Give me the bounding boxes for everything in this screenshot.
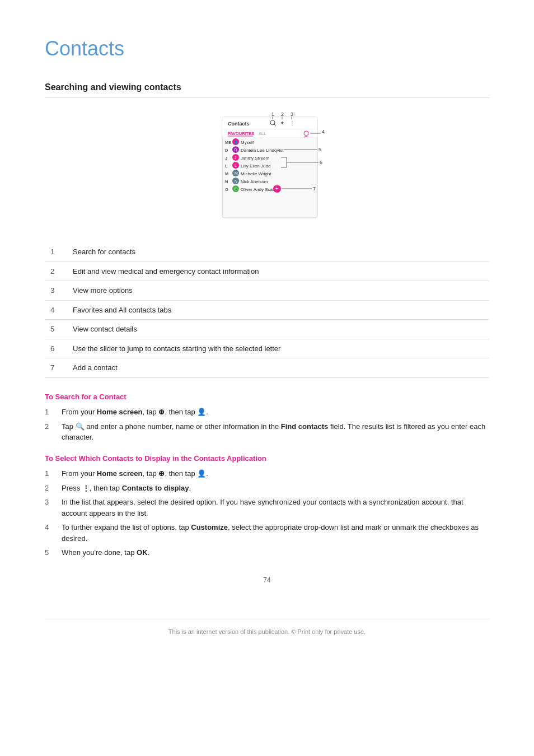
svg-text:L: L	[225, 164, 228, 169]
display-steps-list: 1From your Home screen, tap ⊕, then tap …	[45, 468, 489, 558]
step-text: Press ⋮, then tap Contacts to display.	[62, 483, 191, 494]
step-text: From your Home screen, tap ⊕, then tap 👤…	[62, 407, 208, 418]
step-num: 1	[45, 407, 56, 418]
svg-text:+: +	[275, 185, 279, 192]
svg-text:D: D	[235, 148, 237, 152]
phone-diagram: Contacts 1 2 3 ✦ ⋮ FAVOURITES ALL 4 ME	[78, 111, 489, 229]
step-text: In the list that appears, select the des…	[62, 497, 489, 519]
svg-text:2: 2	[281, 111, 284, 117]
annotation-num: 3	[45, 281, 67, 301]
step-text: From your Home screen, tap ⊕, then tap 👤…	[62, 468, 208, 479]
svg-text:3: 3	[291, 111, 293, 117]
svg-text:5: 5	[318, 147, 321, 152]
svg-text:Michelle Wright: Michelle Wright	[241, 171, 271, 176]
step-num: 1	[45, 468, 56, 479]
annotation-text: Favorites and All contacts tabs	[67, 300, 489, 320]
footer: This is an internet version of this publ…	[45, 619, 489, 637]
display-step: 5When you're done, tap OK.	[45, 547, 489, 558]
svg-text:✦: ✦	[280, 120, 284, 126]
annotation-text: Use the slider to jump to contacts start…	[67, 339, 489, 358]
display-step: 1From your Home screen, tap ⊕, then tap …	[45, 468, 489, 479]
annotation-row: 5View contact details	[45, 320, 489, 339]
svg-text:⋮: ⋮	[289, 120, 295, 126]
svg-text:L: L	[235, 164, 237, 167]
svg-text:7: 7	[313, 186, 316, 192]
search-steps-list: 1From your Home screen, tap ⊕, then tap …	[45, 407, 489, 443]
page-number: 74	[45, 575, 489, 585]
svg-text:M: M	[225, 171, 228, 176]
annotation-num: 7	[45, 358, 67, 378]
annotation-row: 1Search for contacts	[45, 242, 489, 262]
search-step: 1From your Home screen, tap ⊕, then tap …	[45, 407, 489, 418]
svg-text:ALL: ALL	[259, 131, 266, 136]
step-text: Tap 🔍 and enter a phone number, name or …	[62, 421, 489, 443]
annotation-text: View contact details	[67, 320, 489, 339]
svg-text:👤: 👤	[234, 140, 238, 144]
svg-text:ME: ME	[225, 140, 231, 145]
svg-text:O: O	[235, 187, 238, 191]
search-step: 2Tap 🔍 and enter a phone number, name or…	[45, 421, 489, 443]
annotation-num: 2	[45, 262, 67, 281]
annotation-text: Add a contact	[67, 358, 489, 378]
annotation-text: Edit and view medical and emergency cont…	[67, 262, 489, 281]
annotation-row: 7Add a contact	[45, 358, 489, 378]
display-section-title: To Select Which Contacts to Display in t…	[45, 453, 489, 464]
svg-text:6: 6	[320, 160, 322, 165]
svg-text:D: D	[225, 148, 228, 153]
page-title: Contacts	[45, 34, 489, 64]
annotation-text: View more options	[67, 281, 489, 301]
svg-text:FAVOURITES: FAVOURITES	[228, 131, 254, 136]
search-section-title: To Search for a Contact	[45, 391, 489, 403]
svg-text:Lilly Ellen Judd: Lilly Ellen Judd	[241, 164, 270, 169]
svg-text:N: N	[235, 179, 237, 183]
svg-text:Jimmy Streem: Jimmy Streem	[241, 156, 269, 161]
display-step: 2Press ⋮, then tap Contacts to display.	[45, 483, 489, 494]
step-num: 4	[45, 522, 56, 544]
annotation-row: 3View more options	[45, 281, 489, 301]
svg-text:O: O	[225, 187, 228, 192]
svg-text:Oliver Andy Scatio: Oliver Andy Scatio	[241, 187, 278, 192]
step-num: 5	[45, 547, 56, 558]
annotation-num: 5	[45, 320, 67, 339]
svg-text:1: 1	[271, 111, 274, 117]
step-text: To further expand the list of options, t…	[62, 522, 489, 544]
step-num: 3	[45, 497, 56, 519]
annotation-row: 6Use the slider to jump to contacts star…	[45, 339, 489, 358]
svg-text:J: J	[225, 156, 227, 161]
svg-text:Nick Abelsom: Nick Abelsom	[241, 179, 268, 184]
annotation-num: 4	[45, 300, 67, 320]
step-num: 2	[45, 421, 56, 443]
svg-text:N: N	[225, 179, 228, 184]
annotations-table: 1Search for contacts2Edit and view medic…	[45, 242, 489, 378]
annotation-num: 6	[45, 339, 67, 358]
svg-text:J: J	[235, 156, 237, 160]
annotation-num: 1	[45, 242, 67, 262]
svg-text:M: M	[235, 171, 238, 175]
svg-text:Daniela Lee Lindqvist: Daniela Lee Lindqvist	[241, 148, 284, 153]
display-step: 4To further expand the list of options, …	[45, 522, 489, 544]
step-num: 2	[45, 483, 56, 494]
section-title: Searching and viewing contacts	[45, 81, 489, 98]
annotation-row: 4Favorites and All contacts tabs	[45, 300, 489, 320]
annotation-row: 2Edit and view medical and emergency con…	[45, 262, 489, 281]
svg-text:Myself: Myself	[241, 140, 254, 145]
svg-text:Contacts: Contacts	[228, 121, 250, 127]
step-text: When you're done, tap OK.	[62, 547, 149, 558]
svg-text:4: 4	[322, 129, 325, 134]
annotation-text: Search for contacts	[67, 242, 489, 262]
display-step: 3In the list that appears, select the de…	[45, 497, 489, 519]
